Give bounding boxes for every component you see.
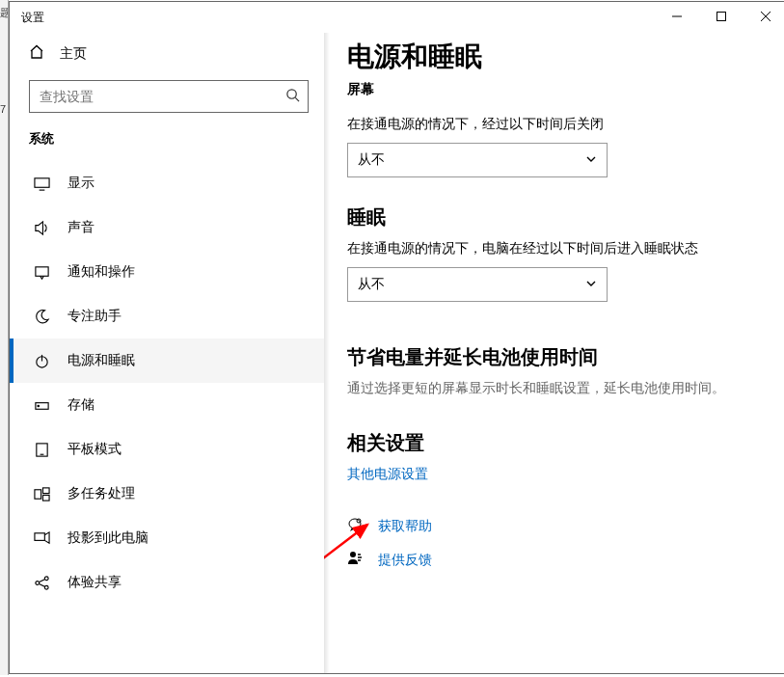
- sidebar-item-label: 专注助手: [68, 308, 122, 325]
- svg-point-26: [350, 552, 356, 557]
- sidebar-item-share[interactable]: 体验共享: [10, 560, 324, 605]
- sidebar-item-multitask[interactable]: 多任务处理: [10, 472, 324, 516]
- svg-point-21: [44, 585, 48, 589]
- battery-heading: 节省电量并延长电池使用时间: [347, 344, 765, 370]
- minimize-button[interactable]: [655, 2, 699, 31]
- help-icon: [347, 516, 365, 536]
- sidebar-item-label: 平板模式: [68, 441, 122, 458]
- svg-rect-18: [34, 532, 43, 540]
- svg-point-4: [287, 90, 296, 98]
- sidebar-item-power[interactable]: 电源和睡眠: [10, 338, 324, 383]
- svg-point-19: [35, 581, 39, 584]
- screen-desc: 在接通电源的情况下，经过以下时间后关闭: [347, 116, 765, 133]
- home-label: 主页: [60, 45, 87, 63]
- svg-rect-6: [34, 177, 48, 186]
- sidebar-item-focus[interactable]: 专注助手: [10, 294, 324, 338]
- content-pane: 电源和睡眠 屏幕 在接通电源的情况下，经过以下时间后关闭 从不 睡眠 在接通电源…: [324, 33, 784, 673]
- svg-point-24: [349, 519, 361, 528]
- sidebar-item-display[interactable]: 显示: [10, 161, 324, 205]
- chevron-down-icon: [585, 277, 597, 292]
- home-button[interactable]: 主页: [10, 37, 324, 70]
- share-icon: [33, 575, 50, 591]
- sleep-heading: 睡眠: [347, 204, 765, 230]
- related-heading: 相关设置: [347, 430, 765, 456]
- notification-icon: [33, 264, 50, 281]
- tablet-icon: [33, 442, 50, 458]
- feedback-label: 提供反馈: [378, 552, 432, 569]
- window-title: 设置: [21, 10, 44, 26]
- sidebar-item-notifications[interactable]: 通知和操作: [10, 250, 324, 294]
- home-icon: [29, 44, 44, 63]
- multitask-icon: [33, 486, 50, 502]
- feedback-link[interactable]: 提供反馈: [347, 550, 765, 570]
- sidebar: 主页 系统 显示 声音 通知和操作: [10, 33, 324, 673]
- sidebar-item-label: 多任务处理: [68, 485, 135, 502]
- sidebar-item-label: 声音: [68, 219, 95, 236]
- svg-rect-1: [717, 13, 726, 21]
- close-button[interactable]: [743, 2, 784, 31]
- screen-heading: 屏幕: [347, 81, 765, 98]
- moon-icon: [33, 309, 50, 325]
- sidebar-item-label: 显示: [68, 175, 95, 192]
- svg-rect-8: [35, 266, 47, 275]
- sleep-desc: 在接通电源的情况下，电脑在经过以下时间后进入睡眠状态: [347, 240, 765, 257]
- sidebar-item-sound[interactable]: 声音: [10, 205, 324, 250]
- nav-list: 显示 声音 通知和操作 专注助手 电源和睡眠: [10, 161, 324, 605]
- feedback-icon: [347, 550, 365, 570]
- svg-rect-15: [34, 489, 41, 498]
- get-help-link[interactable]: 获取帮助: [347, 516, 765, 536]
- titlebar: 设置: [10, 2, 784, 33]
- external-text: 题: [0, 6, 8, 20]
- display-icon: [33, 176, 50, 192]
- svg-point-12: [37, 405, 39, 407]
- svg-rect-17: [42, 495, 49, 501]
- sleep-timeout-dropdown[interactable]: 从不: [347, 267, 608, 302]
- svg-line-22: [39, 579, 44, 582]
- help-label: 获取帮助: [378, 518, 432, 535]
- svg-point-20: [44, 576, 48, 580]
- dropdown-value: 从不: [358, 151, 385, 169]
- page-title: 电源和睡眠: [347, 39, 765, 75]
- search-box[interactable]: [29, 80, 309, 113]
- external-text: 7: [0, 103, 8, 115]
- chevron-down-icon: [585, 152, 597, 168]
- sidebar-item-label: 存储: [68, 396, 95, 414]
- sidebar-item-label: 投影到此电脑: [68, 529, 149, 547]
- sidebar-item-label: 体验共享: [68, 574, 122, 591]
- sidebar-item-label: 电源和睡眠: [68, 352, 135, 369]
- sidebar-item-project[interactable]: 投影到此电脑: [10, 516, 324, 560]
- search-icon: [285, 88, 300, 105]
- svg-rect-16: [42, 487, 49, 493]
- screen-timeout-dropdown[interactable]: 从不: [347, 143, 608, 177]
- sidebar-section-title: 系统: [10, 130, 324, 161]
- svg-line-23: [39, 583, 44, 586]
- battery-desc: 通过选择更短的屏幕显示时长和睡眠设置，延长电池使用时间。: [347, 380, 765, 397]
- svg-line-5: [295, 97, 299, 101]
- storage-icon: [33, 397, 50, 414]
- maximize-button[interactable]: [699, 2, 743, 31]
- sidebar-item-tablet[interactable]: 平板模式: [10, 427, 324, 472]
- other-power-settings-link[interactable]: 其他电源设置: [347, 466, 428, 483]
- search-input[interactable]: [38, 88, 285, 105]
- power-icon: [33, 353, 50, 369]
- sidebar-item-storage[interactable]: 存储: [10, 383, 324, 427]
- project-icon: [33, 530, 50, 547]
- sidebar-item-label: 通知和操作: [68, 263, 135, 281]
- sound-icon: [33, 220, 50, 236]
- dropdown-value: 从不: [358, 276, 385, 293]
